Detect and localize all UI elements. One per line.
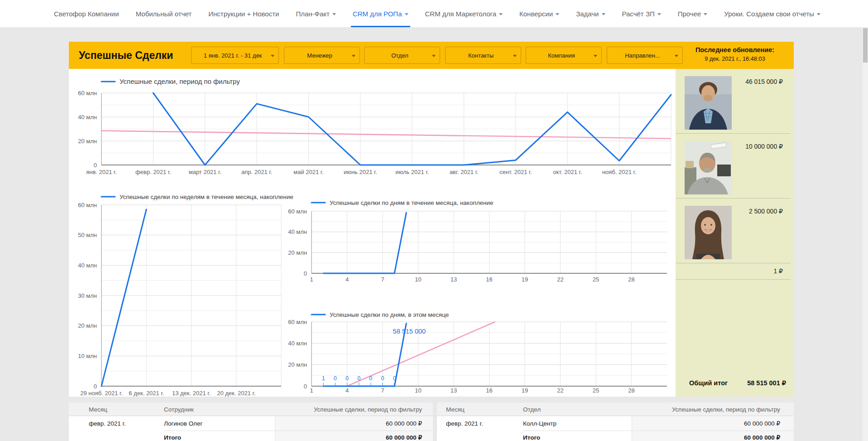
nav-item-label: Прочее: [678, 10, 701, 18]
svg-text:0: 0: [369, 375, 372, 382]
chevron-down-icon: [513, 55, 517, 57]
nav-item-7[interactable]: Конверсии: [519, 0, 559, 27]
total-value: 60 000 000 ₽: [386, 434, 422, 441]
deal-amount: 46 015 000 ₽: [745, 78, 783, 85]
scrollbar-thumb[interactable]: [863, 28, 868, 63]
nav-item-label: CRM для РОПа: [353, 10, 402, 18]
chevron-down-icon: [675, 55, 678, 57]
nav-item-label: Уроки. Создаем свои отчеты: [724, 10, 814, 18]
svg-text:40 млн: 40 млн: [288, 228, 307, 235]
department-filter[interactable]: Отдел: [364, 47, 440, 64]
deal-amount: 10 000 000 ₽: [745, 143, 783, 150]
svg-text:0: 0: [94, 162, 97, 169]
svg-text:20 дек. 2021 г.: 20 дек. 2021 г.: [217, 390, 255, 397]
nav-item-11[interactable]: Уроки. Создаем свои отчеты: [724, 0, 820, 27]
direction-filter[interactable]: Направлен...: [607, 47, 683, 64]
last-update-label: Последнее обновление:: [682, 46, 787, 53]
nav-item-5[interactable]: CRM для РОПа: [353, 0, 408, 27]
employee-photo: [685, 206, 732, 259]
manager-row-4: 1 ₽: [676, 263, 791, 280]
nav-item-label: Расчёт ЗП: [622, 10, 655, 18]
chart-deals-by-month[interactable]: янв. 2021 г.февр. 2021 г.март 2021 г.апр…: [69, 69, 676, 183]
deals-by-department-table: МесяцОтделУспешные сделки, период по фил…: [437, 402, 794, 441]
svg-text:25: 25: [593, 276, 599, 283]
svg-text:нояб. 2021 г.: нояб. 2021 г.: [602, 169, 636, 175]
nav-item-4[interactable]: План-Факт: [296, 0, 336, 27]
svg-text:4: 4: [345, 276, 349, 283]
chart-deals-by-week-cumulative[interactable]: 29 нояб. 2021 г.6 дек. 2021 г.13 дек. 20…: [69, 191, 294, 397]
nav-item-9[interactable]: Расчёт ЗП: [622, 0, 661, 27]
svg-text:март 2021 г.: март 2021 г.: [189, 169, 221, 175]
employee-photo: [685, 141, 732, 194]
scrollbar-track[interactable]: [863, 27, 868, 441]
column-header[interactable]: Успешные сделки, период по фильтру: [314, 406, 422, 412]
nav-item-label: Инструкции + Новости: [208, 10, 279, 18]
svg-text:40 млн: 40 млн: [78, 114, 97, 121]
svg-text:апр. 2021 г.: апр. 2021 г.: [241, 169, 272, 175]
last-update: Последнее обновление: 9 дек. 2021 г., 16…: [682, 46, 787, 62]
svg-text:20 млн: 20 млн: [78, 322, 97, 329]
svg-text:58 515 000: 58 515 000: [393, 328, 426, 335]
nav-item-8[interactable]: Задачи: [576, 0, 605, 27]
svg-text:0: 0: [94, 383, 97, 390]
table-cell: 60 000 000 ₽: [744, 420, 780, 427]
column-header[interactable]: Месяц: [89, 406, 107, 412]
chevron-down-icon: [432, 55, 436, 57]
dashboard-root: Светофор КомпанииМобильный отчетИнструкц…: [0, 0, 868, 441]
chart-legend: Успешные сделки по дням, в этом месяце: [330, 311, 449, 318]
table-cell: февр. 2021 г.: [89, 420, 126, 427]
svg-text:0: 0: [304, 383, 307, 390]
manager-filter[interactable]: Менежер: [284, 47, 360, 64]
total-label: Итого: [164, 434, 181, 441]
nav-item-3[interactable]: Инструкции + Новости: [208, 0, 279, 27]
table-row: февр. 2021 г.Логинов Олег60 000 000 ₽: [69, 416, 433, 431]
managers-panel: 46 015 000 ₽ 10 000 000 ₽ 2 500 000 ₽1 ₽…: [676, 69, 794, 397]
svg-text:10 млн: 10 млн: [78, 353, 97, 359]
table-cell: февр. 2021 г.: [446, 420, 483, 427]
svg-text:13 дек. 2021 г.: 13 дек. 2021 г.: [172, 390, 211, 397]
nav-item-label: Мобильный отчет: [136, 10, 192, 18]
svg-text:10: 10: [415, 276, 421, 283]
nav-item-1[interactable]: Светофор Компании: [54, 0, 119, 27]
svg-text:7: 7: [381, 387, 384, 394]
table-header: МесяцСотрудникУспешные сделки, период по…: [69, 402, 433, 416]
svg-text:10: 10: [415, 387, 421, 394]
svg-text:май 2021 г.: май 2021 г.: [293, 169, 323, 175]
manager-row-3: 2 500 000 ₽: [676, 199, 791, 263]
filter-label: Контакты: [468, 52, 494, 59]
chevron-down-icon: [271, 55, 274, 57]
table-cell: Колл-Центр: [523, 420, 556, 427]
svg-text:0: 0: [334, 375, 337, 382]
svg-text:16: 16: [486, 387, 492, 394]
svg-text:0: 0: [345, 375, 349, 382]
grand-total-label: Общий итог: [689, 379, 728, 387]
nav-item-2[interactable]: Мобильный отчет: [136, 0, 192, 27]
nav-item-6[interactable]: CRM для Маркетолога: [425, 0, 503, 27]
svg-text:окт. 2021 г.: окт. 2021 г.: [553, 169, 582, 175]
filter-label: Отдел: [391, 52, 408, 59]
chart-deals-by-day[interactable]: 100000058 515 00014710131619222528020 мл…: [290, 310, 676, 403]
nav-item-10[interactable]: Прочее: [678, 0, 708, 27]
svg-text:июль 2021 г.: июль 2021 г.: [395, 169, 429, 175]
date-range-filter[interactable]: 1 янв. 2021 г. - 31 дек: [191, 47, 279, 64]
svg-text:50 млн: 50 млн: [78, 232, 97, 238]
chart-deals-by-day-cumulative[interactable]: 14710131619222528020 млн40 млн60 млнУспе…: [290, 197, 676, 290]
svg-text:сент. 2021 г.: сент. 2021 г.: [499, 169, 532, 175]
column-header[interactable]: Месяц: [446, 406, 465, 412]
svg-text:19: 19: [522, 387, 528, 394]
svg-text:16: 16: [486, 276, 492, 283]
chevron-down-icon: [556, 13, 559, 15]
last-update-value: 9 дек. 2021 г., 16:48:03: [682, 55, 787, 62]
contacts-filter[interactable]: Контакты: [445, 47, 521, 64]
chevron-down-icon: [499, 13, 503, 15]
report-header: Успешные Сделки Последнее обновление: 9 …: [69, 42, 794, 69]
chevron-down-icon: [405, 13, 408, 15]
company-filter[interactable]: Компания: [526, 47, 602, 64]
chevron-down-icon: [657, 13, 661, 15]
column-header[interactable]: Отдел: [523, 406, 541, 412]
svg-text:0: 0: [381, 375, 384, 382]
svg-text:20 млн: 20 млн: [78, 138, 97, 145]
svg-text:19: 19: [522, 276, 528, 283]
column-header[interactable]: Успешные сделки, период по фильтру: [672, 406, 780, 412]
column-header[interactable]: Сотрудник: [164, 406, 194, 412]
